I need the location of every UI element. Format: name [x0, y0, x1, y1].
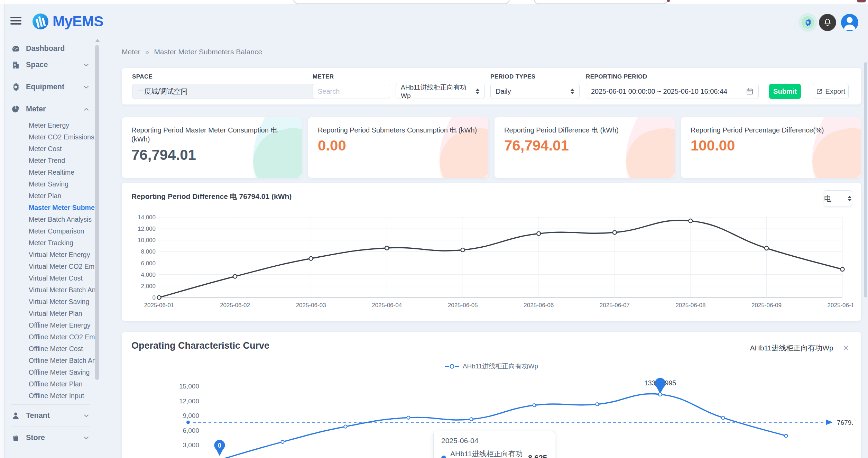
- close-icon[interactable]: ×: [843, 343, 849, 353]
- svg-text:2,000: 2,000: [141, 283, 156, 290]
- meter-select-value: AHb11进线柜正向有功Wp: [401, 83, 472, 100]
- reporting-period-label: REPORTING PERIOD: [586, 73, 647, 80]
- svg-text:12,000: 12,000: [138, 226, 156, 232]
- meter-search-input[interactable]: Search: [313, 84, 390, 99]
- export-button[interactable]: Export: [813, 84, 849, 99]
- submit-button[interactable]: Submit: [769, 84, 801, 99]
- pie-chart-icon: [11, 105, 20, 113]
- sidebar-item-virtual-meter-saving[interactable]: Virtual Meter Saving: [4, 296, 97, 308]
- breadcrumb: Meter » Master Meter Submeters Balance: [122, 48, 262, 56]
- period-type-select[interactable]: Daily: [490, 84, 580, 99]
- svg-text:14,000: 14,000: [138, 214, 156, 221]
- chevron-down-icon: [84, 63, 89, 67]
- sidebar-item-dashboard[interactable]: Dashboard: [4, 40, 97, 57]
- stat-card-value: 76,794.01: [131, 147, 292, 163]
- svg-text:2025-06-08: 2025-06-08: [675, 302, 705, 309]
- user-avatar-icon[interactable]: [841, 14, 858, 31]
- building-icon: [11, 61, 20, 69]
- sidebar-item-meter[interactable]: Meter: [4, 101, 97, 117]
- sidebar-item-space[interactable]: Space: [4, 57, 97, 73]
- sidebar-item-tenant[interactable]: Tenant: [4, 407, 97, 424]
- chevron-up-icon: [84, 108, 89, 111]
- window-left-edge: [0, 4, 4, 458]
- sidebar-item-label: Space: [26, 61, 48, 69]
- sidebar-item-offline-meter-input[interactable]: Offline Meter Input: [4, 390, 97, 402]
- sidebar-item-meter-tracking[interactable]: Meter Tracking: [4, 237, 97, 249]
- sidebar-item-offline-meter-energy[interactable]: Offline Meter Energy: [4, 319, 97, 331]
- sidebar-item-offline-meter-cost[interactable]: Offline Meter Cost: [4, 343, 97, 355]
- meter-search-placeholder: Search: [318, 88, 340, 95]
- sidebar-item-label: Dashboard: [26, 44, 65, 53]
- reporting-period-value: 2025-06-01 00:00:00 ~ 2025-06-10 16:06:4…: [591, 88, 727, 95]
- sidebar-item-meter-saving[interactable]: Meter Saving: [4, 178, 97, 190]
- difference-line-chart[interactable]: 02,0004,0006,0008,00010,00012,00014,0002…: [130, 212, 853, 318]
- energy-unit-select[interactable]: 电: [824, 190, 852, 207]
- notifications-bell-icon[interactable]: [819, 14, 836, 31]
- space-input[interactable]: 一度城/调试空间: [132, 84, 315, 99]
- stat-card-title: Reporting Period Master Meter Consumptio…: [131, 126, 281, 144]
- sidebar-item-offline-meter-co2-emissions[interactable]: Offline Meter CO2 Emissions: [4, 331, 97, 343]
- sidebar-item-offline-meter-saving[interactable]: Offline Meter Saving: [4, 366, 97, 378]
- period-type-value: Daily: [496, 88, 511, 95]
- sidebar-item-virtual-meter-batch-analysis[interactable]: Virtual Meter Batch Analysis: [4, 284, 97, 296]
- calendar-icon[interactable]: [746, 88, 754, 95]
- sidebar-scrollbar[interactable]: [95, 45, 99, 380]
- legend-marker-icon: [445, 364, 459, 369]
- reporting-period-input[interactable]: 2025-06-01 00:00:00 ~ 2025-06-10 16:06:4…: [586, 84, 759, 99]
- sidebar-scroll-up-arrow[interactable]: [95, 39, 100, 42]
- sidebar-item-meter-trend[interactable]: Meter Trend: [4, 155, 97, 166]
- filter-panel: SPACE 一度城/调试空间 METER Search AHb11进线柜正向有功…: [122, 68, 861, 104]
- sidebar-item-meter-batch-analysis[interactable]: Meter Batch Analysis: [4, 213, 97, 225]
- stat-card-title: Reporting Period Submeters Consumption 电…: [318, 126, 479, 135]
- sidebar-item-store[interactable]: Store: [4, 430, 97, 446]
- chart2-legend[interactable]: AHb11进线柜正向有功Wp: [122, 362, 861, 371]
- export-icon: [816, 88, 823, 95]
- legend-label: AHb11进线柜正向有功Wp: [463, 362, 538, 371]
- period-types-label: PERIOD TYPES: [490, 73, 535, 80]
- sidebar: Dashboard Space: [4, 4, 97, 458]
- sidebar-item-meter-realtime[interactable]: Meter Realtime: [4, 166, 97, 178]
- page-scrollbar-thumb[interactable]: [864, 62, 867, 297]
- stat-card-difference: Reporting Period Difference 电 (kWh) 76,7…: [495, 117, 675, 178]
- sidebar-item-master-meter-submeters-balance[interactable]: Master Meter Submeters Balance: [4, 202, 97, 213]
- divider: [11, 76, 90, 76]
- sidebar-item-label: Tenant: [26, 411, 50, 420]
- energy-unit-value: 电: [824, 194, 831, 203]
- sidebar-item-meter-energy[interactable]: Meter Energy: [4, 119, 97, 131]
- svg-text:9,000: 9,000: [183, 412, 199, 419]
- stat-card-title: Reporting Period Percentage Difference(%…: [691, 126, 851, 135]
- select-arrows-icon: [848, 196, 852, 201]
- sidebar-item-meter-co2-emissions[interactable]: Meter CO2 Emissions: [4, 131, 97, 143]
- chart-tooltip: 2025-06-04 AHb11进线柜正向有功Wp 8,625: [433, 431, 555, 458]
- sidebar-item-meter-comparison[interactable]: Meter Comparison: [4, 225, 97, 237]
- sidebar-item-meter-cost[interactable]: Meter Cost: [4, 143, 97, 155]
- sidebar-item-virtual-meter-energy[interactable]: Virtual Meter Energy: [4, 249, 97, 260]
- sidebar-item-virtual-meter-co2-emissions[interactable]: Virtual Meter CO2 Emissions: [4, 260, 97, 272]
- tooltip-date: 2025-06-04: [441, 437, 547, 445]
- space-label: SPACE: [132, 73, 153, 80]
- sidebar-item-offline-meter-batch-analysis[interactable]: Offline Meter Batch Analysis: [4, 355, 97, 366]
- svg-text:0: 0: [218, 442, 221, 449]
- svg-text:6,000: 6,000: [183, 427, 199, 434]
- sidebar-item-virtual-meter-plan[interactable]: Virtual Meter Plan: [4, 308, 97, 319]
- meter-submenu: Meter EnergyMeter CO2 EmissionsMeter Cos…: [4, 119, 97, 402]
- svg-text:6,000: 6,000: [141, 260, 156, 267]
- meter-select[interactable]: AHb11进线柜正向有功Wp: [396, 84, 485, 99]
- sidebar-item-virtual-meter-cost[interactable]: Virtual Meter Cost: [4, 272, 97, 284]
- browser-tab-ghost: [534, 0, 668, 4]
- stat-card-value: 76,794.01: [504, 137, 665, 154]
- browser-edge-strip: [0, 0, 868, 4]
- stat-card-title: Reporting Period Difference 电 (kWh): [504, 126, 665, 135]
- sidebar-item-offline-meter-plan[interactable]: Offline Meter Plan: [4, 378, 97, 390]
- stat-card-percentage-difference: Reporting Period Percentage Difference(%…: [681, 117, 861, 178]
- settings-gear-icon[interactable]: [802, 16, 814, 29]
- breadcrumb-parent[interactable]: Meter: [122, 48, 140, 56]
- shopping-bag-icon: [11, 433, 20, 442]
- sidebar-item-equipment[interactable]: Equipment: [4, 79, 97, 95]
- svg-text:0: 0: [153, 294, 156, 301]
- svg-text:10,000: 10,000: [138, 237, 156, 244]
- sidebar-item-meter-plan[interactable]: Meter Plan: [4, 190, 97, 202]
- export-label: Export: [825, 88, 846, 95]
- stat-card-value: 0.00: [318, 137, 479, 154]
- sidebar-item-label: Meter: [26, 105, 46, 113]
